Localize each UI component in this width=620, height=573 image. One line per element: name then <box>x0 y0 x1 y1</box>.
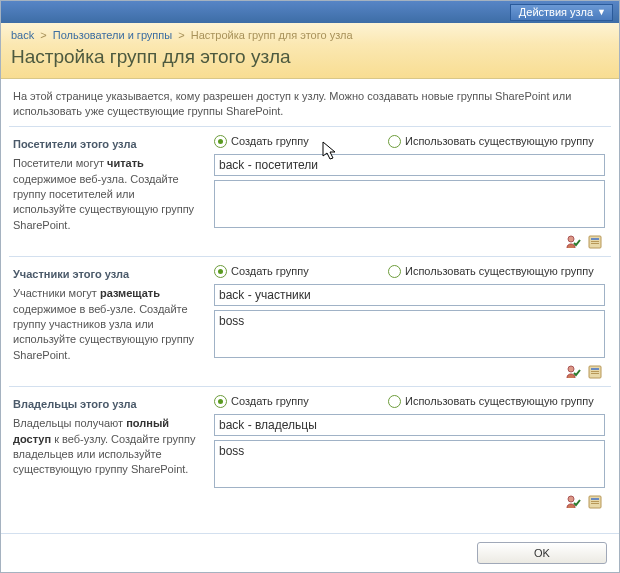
section-controls: Создать группу Использовать существующую… <box>214 395 611 512</box>
section-desc-pre: Владельцы получают <box>13 417 126 429</box>
radio-create-text: Создать группу <box>231 395 309 407</box>
sections-container: Посетители этого узла Посетители могут ч… <box>1 126 619 516</box>
svg-rect-2 <box>591 238 599 240</box>
address-book-icon[interactable] <box>587 234 603 250</box>
section-members: Участники этого узла Участники могут раз… <box>9 256 611 386</box>
breadcrumb-sep: > <box>178 29 184 41</box>
radio-row: Создать группу Использовать существующую… <box>214 135 605 148</box>
picker-icons <box>214 230 605 252</box>
picker-icons <box>214 360 605 382</box>
radio-existing-text: Использовать существующую группу <box>405 395 594 407</box>
picker-icons <box>214 490 605 512</box>
radio-row: Создать группу Использовать существующую… <box>214 265 605 278</box>
radio-create[interactable] <box>214 135 227 148</box>
section-desc-bold: размещать <box>100 287 160 299</box>
section-controls: Создать группу Использовать существующую… <box>214 135 611 252</box>
group-name-input[interactable] <box>214 154 605 176</box>
svg-rect-4 <box>591 243 599 244</box>
radio-create-text: Создать группу <box>231 135 309 147</box>
radio-create-label[interactable]: Создать группу <box>214 395 384 408</box>
section-info: Посетители этого узла Посетители могут ч… <box>9 135 204 252</box>
svg-rect-3 <box>591 241 599 242</box>
check-names-icon[interactable] <box>565 234 581 250</box>
breadcrumb-current: Настройка групп для этого узла <box>191 29 353 41</box>
section-visitors: Посетители этого узла Посетители могут ч… <box>9 126 611 256</box>
radio-existing[interactable] <box>388 265 401 278</box>
check-names-icon[interactable] <box>565 364 581 380</box>
section-desc-post: содержимое в веб-узле. Создайте группу у… <box>13 303 194 361</box>
section-title: Владельцы этого узла <box>13 397 200 412</box>
members-input[interactable] <box>214 440 605 488</box>
section-title: Участники этого узла <box>13 267 200 282</box>
section-controls: Создать группу Использовать существующую… <box>214 265 611 382</box>
section-desc-pre: Посетители могут <box>13 157 107 169</box>
radio-row: Создать группу Использовать существующую… <box>214 395 605 408</box>
site-actions-label: Действия узла <box>519 6 593 18</box>
radio-existing-label[interactable]: Использовать существующую группу <box>388 265 605 278</box>
section-desc-bold: читать <box>107 157 144 169</box>
address-book-icon[interactable] <box>587 364 603 380</box>
svg-rect-13 <box>591 501 599 502</box>
svg-point-5 <box>568 366 574 372</box>
members-input[interactable] <box>214 180 605 228</box>
members-input[interactable] <box>214 310 605 358</box>
section-owners: Владельцы этого узла Владельцы получают … <box>9 386 611 516</box>
svg-rect-7 <box>591 368 599 370</box>
radio-create-text: Создать группу <box>231 265 309 277</box>
radio-existing[interactable] <box>388 395 401 408</box>
breadcrumb-mid[interactable]: Пользователи и группы <box>53 29 172 41</box>
section-info: Владельцы этого узла Владельцы получают … <box>9 395 204 512</box>
radio-create[interactable] <box>214 395 227 408</box>
group-name-input[interactable] <box>214 284 605 306</box>
top-bar: Действия узла ▼ <box>1 1 619 23</box>
section-desc-post: содержимое веб-узла. Создайте группу пос… <box>13 173 194 231</box>
section-info: Участники этого узла Участники могут раз… <box>9 265 204 382</box>
radio-create-label[interactable]: Создать группу <box>214 265 384 278</box>
site-actions-menu[interactable]: Действия узла ▼ <box>510 4 613 21</box>
section-desc-pre: Участники могут <box>13 287 100 299</box>
radio-existing-label[interactable]: Использовать существующую группу <box>388 135 605 148</box>
chevron-down-icon: ▼ <box>597 7 606 17</box>
ok-button[interactable]: OK <box>477 542 607 564</box>
footer: OK <box>1 533 619 572</box>
breadcrumb-root[interactable]: back <box>11 29 34 41</box>
page-title: Настройка групп для этого узла <box>11 46 609 68</box>
group-name-input[interactable] <box>214 414 605 436</box>
radio-existing[interactable] <box>388 135 401 148</box>
address-book-icon[interactable] <box>587 494 603 510</box>
svg-point-10 <box>568 496 574 502</box>
title-bar: Настройка групп для этого узла <box>1 44 619 79</box>
radio-existing-label[interactable]: Использовать существующую группу <box>388 395 605 408</box>
breadcrumb-sep: > <box>40 29 46 41</box>
svg-rect-9 <box>591 373 599 374</box>
svg-rect-14 <box>591 503 599 504</box>
radio-existing-text: Использовать существующую группу <box>405 135 594 147</box>
radio-create[interactable] <box>214 265 227 278</box>
radio-create-label[interactable]: Создать группу <box>214 135 384 148</box>
check-names-icon[interactable] <box>565 494 581 510</box>
radio-existing-text: Использовать существующую группу <box>405 265 594 277</box>
section-title: Посетители этого узла <box>13 137 200 152</box>
page-description: На этой странице указывается, кому разре… <box>1 79 619 126</box>
svg-rect-8 <box>591 371 599 372</box>
svg-point-0 <box>568 236 574 242</box>
svg-rect-12 <box>591 498 599 500</box>
breadcrumb: back > Пользователи и группы > Настройка… <box>1 23 619 44</box>
